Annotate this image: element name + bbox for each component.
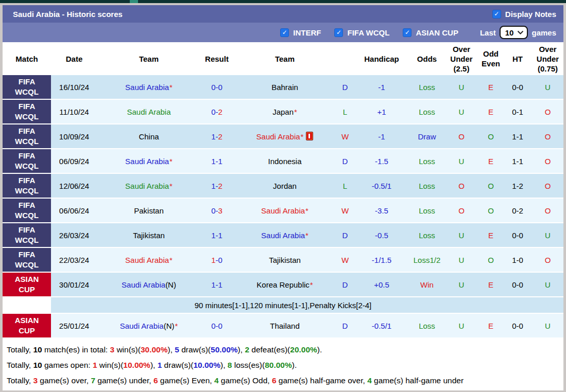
totals-segment: ).	[292, 361, 297, 369]
over-under-2-5-cell: U	[444, 149, 478, 174]
home-team-cell: Saudi Arabia(N)	[97, 273, 200, 297]
date-cell: 10/09/24	[51, 124, 97, 149]
competition-badge: FIFA WCQL	[3, 223, 51, 248]
odd-even-cell: O	[478, 174, 503, 199]
away-team-name[interactable]: Korea Republic	[256, 280, 310, 289]
over-under-2-5-cell: U	[444, 248, 478, 273]
totals-segment: Totally,	[7, 345, 33, 354]
handicap-cell: -3.5	[354, 199, 409, 223]
totals-segment: game(s) half-game over,	[277, 376, 368, 385]
home-team-cell: Saudi Arabia*	[97, 174, 200, 199]
away-score: 1	[218, 157, 222, 166]
home-score: 1	[211, 280, 215, 289]
competition-badge: FIFA WCQL	[3, 124, 51, 149]
totals-segment: 20.00%	[290, 345, 317, 354]
home-team-name[interactable]: Saudi Arabia	[125, 256, 169, 264]
wdl-cell: W	[336, 248, 354, 273]
home-score: 0	[211, 322, 215, 330]
home-team-name[interactable]: Saudi Arabia	[125, 83, 169, 92]
home-score: 0	[211, 83, 215, 92]
col-ht: HT	[503, 42, 532, 75]
last-games-select[interactable]: 10	[500, 26, 528, 39]
totals-segment: defeat(es)(	[249, 345, 290, 354]
home-team-cell: Saudi Arabia	[97, 100, 200, 124]
odd-even-cell: E	[478, 149, 503, 174]
over-under-0-75-cell: U	[532, 223, 563, 248]
over-under-2-5-cell: O	[444, 174, 478, 199]
away-team-name[interactable]: Tajikistan	[269, 256, 301, 264]
home-team-name[interactable]: Saudi Arabia	[125, 157, 169, 166]
totals-segment: game(s) Odd,	[219, 376, 272, 385]
table-header: MatchDateTeamResultTeamHandicapOddsOver …	[3, 42, 563, 75]
odds-cell: Win	[409, 273, 444, 297]
odd-even-cell: E	[478, 314, 503, 338]
home-score: 1	[211, 132, 215, 141]
over-under-2-5-cell: U	[444, 273, 478, 297]
date-cell: 26/03/24	[51, 223, 97, 248]
table-row: FIFA WCQL12/06/24Saudi Arabia*1-2JordanL…	[3, 174, 563, 199]
totals-segment: 10	[33, 361, 42, 369]
checkbox-icon[interactable]: ✓	[280, 28, 289, 37]
home-team-name[interactable]: Saudi Arabia	[120, 322, 164, 330]
home-team-name[interactable]: Tajikistan	[133, 231, 165, 240]
date-cell: 06/06/24	[51, 199, 97, 223]
home-score: 1	[211, 231, 215, 240]
display-notes-toggle[interactable]: ✓ Display Notes	[492, 10, 556, 19]
totals-segment: 5	[175, 345, 179, 354]
away-team-name[interactable]: Bahrain	[271, 83, 298, 92]
wdl-cell: D	[336, 314, 354, 338]
totals-line-1: Totally, 10 match(es) in total: 3 win(s)…	[7, 342, 559, 358]
checkbox-icon[interactable]: ✓	[403, 28, 411, 37]
away-team-name[interactable]: Saudi Arabia	[261, 231, 305, 240]
away-team-name[interactable]: Japan	[272, 108, 294, 116]
filter-fifa-wcql[interactable]: ✓FIFA WCQL	[334, 28, 389, 37]
home-team-name[interactable]: Saudi Arabia	[127, 108, 170, 116]
over-under-2-5-cell: U	[444, 100, 478, 124]
totals-segment: 1	[93, 361, 97, 369]
totals-segment: game(s) Even,	[158, 376, 214, 385]
odds-cell: Loss	[409, 314, 444, 338]
filter-asian-cup[interactable]: ✓ASIAN CUP	[403, 28, 458, 37]
away-team-name[interactable]: Saudi Arabia	[261, 206, 305, 215]
totals-segment: 10	[33, 345, 42, 354]
checkbox-icon[interactable]: ✓	[334, 28, 343, 37]
odd-even-cell: E	[478, 273, 503, 297]
odds-cell: Draw	[409, 124, 444, 149]
result-cell: 1-2	[200, 174, 233, 199]
result-cell: 1-2	[200, 124, 233, 149]
ht-cell: 0-0	[503, 314, 532, 338]
table-row: FIFA WCQL16/10/24Saudi Arabia*0-0Bahrain…	[3, 75, 563, 100]
over-under-0-75-cell: U	[532, 273, 563, 297]
handicap-cell: -0.5	[354, 223, 409, 248]
browser-top-strip	[0, 0, 566, 3]
filter-bar: ✓INTERF✓FIFA WCQL✓ASIAN CUP Last 10 game…	[3, 23, 563, 42]
home-team-cell: Saudi Arabia*	[97, 149, 200, 174]
odd-even-cell: O	[478, 199, 503, 223]
home-team-name[interactable]: Saudi Arabia	[122, 280, 165, 289]
odds-cell: Loss	[409, 75, 444, 100]
date-cell: 30/01/24	[51, 273, 97, 297]
away-team-name[interactable]: Saudi Arabia	[256, 132, 300, 141]
odds-cell: Loss	[409, 100, 444, 124]
home-team-name[interactable]: Pakistan	[134, 206, 164, 215]
home-star-mark: *	[169, 157, 173, 166]
totals-summary: Totally, 10 match(es) in total: 3 win(s)…	[3, 338, 563, 390]
neutral-venue-mark: (N)	[164, 322, 175, 330]
home-star-mark: *	[294, 108, 297, 116]
home-team-name[interactable]: Saudi Arabia	[125, 182, 169, 190]
over-under-0-75-cell: U	[532, 314, 563, 338]
home-team-name[interactable]: China	[139, 132, 159, 141]
away-team-cell: Korea Republic*	[233, 273, 336, 297]
filter-interf[interactable]: ✓INTERF	[280, 28, 321, 37]
ht-cell: 1-2	[503, 174, 532, 199]
away-team-cell: Tajikistan	[233, 248, 336, 273]
ht-cell: 1-1	[503, 149, 532, 174]
last-games-control: Last 10 games	[480, 26, 556, 39]
display-notes-checkbox[interactable]: ✓	[492, 10, 501, 19]
away-team-name[interactable]: Jordan	[273, 182, 297, 190]
away-team-name[interactable]: Indonesia	[268, 157, 301, 166]
result-cell: 0-3	[200, 199, 233, 223]
date-cell: 12/06/24	[51, 174, 97, 199]
totals-segment: game(s) under,	[95, 376, 153, 385]
away-team-name[interactable]: Thailand	[270, 322, 300, 330]
